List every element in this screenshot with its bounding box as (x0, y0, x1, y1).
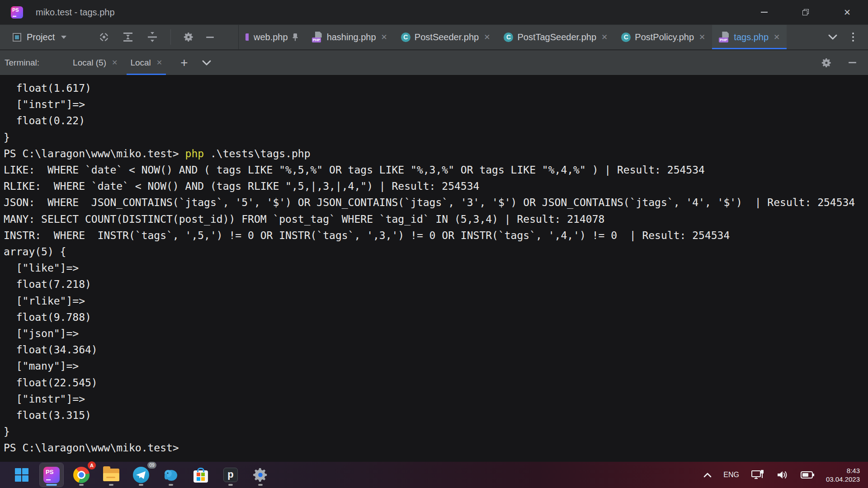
tool-window-settings-button[interactable] (183, 31, 194, 43)
terminal-output[interactable]: float(1.617) ["instr"]=> float(0.22)}PS … (0, 75, 868, 462)
p-app-icon: p (223, 468, 238, 482)
close-tab-icon[interactable]: ✕ (774, 33, 780, 42)
running-app-indicator (169, 484, 173, 486)
chevron-up-icon (703, 472, 712, 478)
close-tab-icon[interactable]: ✕ (699, 33, 705, 42)
terminal-sessions-dropdown-button[interactable] (202, 60, 212, 66)
terminal-line: MANY: SELECT COUNT(DISTINCT(post_id)) FR… (4, 211, 868, 227)
microsoft-store-icon (193, 470, 208, 483)
taskbar-phpstorm[interactable]: PS (40, 463, 63, 487)
new-terminal-session-button[interactable]: + (180, 56, 188, 70)
taskbar-microsoft-store[interactable] (189, 463, 212, 487)
tab-postseeder-php[interactable]: C PostSeeder.php ✕ (394, 25, 497, 49)
class-icon: C (621, 33, 631, 42)
date: 03.04.2023 (826, 475, 860, 483)
chevron-down-icon (202, 60, 212, 66)
terminal-line: float(7.218) (4, 276, 868, 292)
start-button[interactable] (10, 463, 33, 487)
taskbar-file-explorer[interactable] (99, 463, 123, 487)
windows-taskbar: PS A 09 (0, 462, 868, 488)
running-app-indicator (109, 484, 113, 486)
taskbar-telegram[interactable]: 09 (129, 463, 153, 487)
taskbar-laragon[interactable] (159, 463, 183, 487)
window-title: miko.test - tags.php (36, 7, 115, 18)
battery-icon (801, 471, 814, 479)
pin-icon[interactable] (292, 33, 298, 41)
expand-all-button[interactable] (122, 31, 134, 43)
hide-terminal-button[interactable] (849, 62, 856, 63)
terminal-line: ["many"]=> (4, 358, 868, 374)
running-app-indicator (258, 484, 263, 486)
terminal-line: PS C:\laragon\www\miko.test> php .\tests… (4, 145, 868, 162)
terminal-tab-label: Local (130, 58, 151, 68)
terminal-line: float(22.545) (4, 375, 868, 391)
taskbar-chrome[interactable]: A (70, 463, 93, 487)
running-app-indicator (228, 484, 233, 486)
tab-posttagseeder-php[interactable]: C PostTagSeeder.php ✕ (497, 25, 614, 49)
terminal-tab-local-5[interactable]: Local (5) ✕ (66, 50, 124, 75)
file-explorer-icon (103, 469, 119, 481)
minus-icon (206, 37, 214, 38)
minimize-button[interactable] (743, 0, 785, 24)
phpstorm-window: PS miko.test - tags.php ✕ Project (0, 0, 868, 488)
terminal-line: ["instr"]=> (4, 96, 868, 113)
tab-hashing-php[interactable]: PHP hashing.php ✕ (305, 25, 394, 49)
php-file-icon: PHP (719, 32, 730, 42)
terminal-line: } (4, 423, 868, 440)
show-hidden-icons-button[interactable] (703, 472, 712, 478)
terminal-line: float(3.315) (4, 407, 868, 423)
close-tab-icon[interactable]: ✕ (381, 33, 387, 42)
tab-web-php[interactable]: web.php (239, 25, 305, 49)
terminal-line: LIKE: WHERE `date` < NOW() AND ( tags LI… (4, 162, 868, 178)
class-icon: C (401, 33, 410, 42)
chrome-icon (73, 467, 90, 483)
collapse-all-button[interactable] (146, 31, 159, 43)
volume-status[interactable] (776, 469, 789, 480)
hide-toolbar-button[interactable] (206, 37, 214, 38)
restore-button[interactable] (785, 0, 826, 24)
terminal-line: JSON: WHERE JSON_CONTAINS(`jtags`, '5', … (4, 194, 868, 211)
chrome-badge: A (88, 461, 96, 469)
taskbar-settings[interactable] (249, 463, 272, 487)
speaker-icon (776, 469, 789, 480)
tab-tags-php[interactable]: PHP tags.php ✕ (712, 25, 787, 49)
project-selector[interactable]: Project (13, 28, 66, 46)
close-tab-icon[interactable]: ✕ (601, 33, 608, 42)
more-options-button[interactable] (852, 33, 854, 42)
collapse-all-icon (146, 31, 159, 43)
terminal-line: ["json"]=> (4, 325, 868, 342)
expand-all-icon (122, 31, 134, 43)
clock[interactable]: 8:43 03.04.2023 (826, 466, 860, 483)
restore-icon (802, 9, 809, 15)
language-indicator[interactable]: ENG (723, 471, 739, 479)
gear-icon (183, 31, 194, 43)
tab-postpolicy-php[interactable]: C PostPolicy.php ✕ (614, 25, 712, 49)
terminal-line: float(34.364) (4, 342, 868, 358)
close-tab-icon[interactable]: ✕ (484, 33, 490, 42)
locate-file-button[interactable] (98, 31, 110, 43)
close-terminal-tab-icon[interactable]: ✕ (156, 58, 162, 67)
minus-icon (849, 62, 856, 63)
tab-list-button[interactable] (828, 34, 838, 40)
tab-label: hashing.php (327, 32, 376, 42)
taskbar-p-app[interactable]: p (219, 463, 242, 487)
telegram-badge: 09 (147, 462, 156, 469)
close-terminal-tab-icon[interactable]: ✕ (112, 58, 118, 67)
running-app-indicator (79, 484, 84, 486)
time: 8:43 (826, 466, 860, 475)
terminal-label: Terminal: (5, 58, 39, 68)
close-icon: ✕ (844, 7, 851, 18)
terminal-tab-local[interactable]: Local ✕ (124, 50, 169, 75)
close-button[interactable]: ✕ (826, 0, 868, 24)
editor-tab-bar: web.php PHP hashing.php ✕ C PostSeeder.p… (238, 25, 814, 49)
terminal-line: float(1.617) (4, 80, 868, 96)
phpstorm-logo-icon: PS (11, 6, 23, 19)
chevron-down-icon (61, 36, 66, 39)
network-status[interactable] (751, 469, 764, 481)
battery-status[interactable] (801, 471, 814, 479)
terminal-settings-button[interactable] (821, 57, 832, 69)
terminal-line: PS C:\laragon\www\miko.test> (4, 440, 868, 456)
tab-label: web.php (254, 32, 288, 42)
tab-label: PostTagSeeder.php (517, 32, 596, 42)
running-app-indicator (139, 484, 143, 486)
